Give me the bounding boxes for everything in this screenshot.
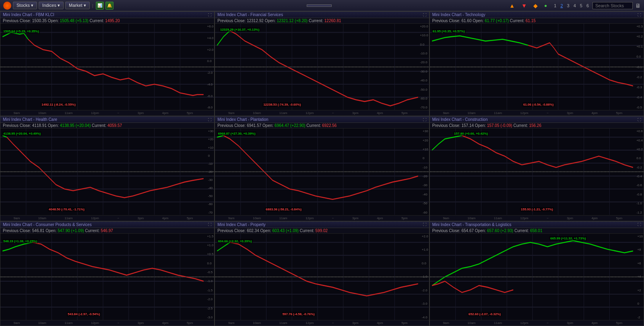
chart-panel-1: Mini Index Chart - Financial Services ⛶ … xyxy=(215,11,429,116)
page-6[interactable]: 6 xyxy=(585,3,590,8)
x-axis-7: 9am10am11am12pm~3pm4pm5pm xyxy=(215,320,429,326)
prev-close-label-5: Previous Close: 157.14 xyxy=(432,123,474,128)
chart-panel-4: Mini Index Chart - Plantation ⛶ Previous… xyxy=(215,116,429,221)
current-value-3: 4059.57 xyxy=(107,123,122,128)
chart-panel-3: Mini Index Chart - Health Care ⛶ Previou… xyxy=(0,116,215,221)
search-input[interactable] xyxy=(592,2,633,9)
market-menu[interactable]: Market ▾ xyxy=(65,2,90,9)
x-label: 9am xyxy=(228,321,235,325)
peak-high-label-6: 548.19 (+1.38, +0.25%) xyxy=(2,239,38,243)
chart-area-7: 604.66 (+2.32, +0.39%) 597.76 (-4.58, -0… xyxy=(215,234,429,320)
x-label: 11am xyxy=(64,321,72,325)
chart-icon-btn[interactable]: 📊 xyxy=(96,2,104,10)
x-label: 10am xyxy=(253,321,261,325)
x-axis-1: 9am10am11am12pm~3pm4pm5pm xyxy=(215,110,429,116)
logo-icon[interactable] xyxy=(3,2,11,10)
page-3[interactable]: 3 xyxy=(566,3,571,8)
chart-panel-8: Mini Index Chart - Transportation & Logi… xyxy=(429,221,644,326)
chart-title-text-1: Mini Index Chart - Financial Services xyxy=(217,12,283,17)
expand-icon-1[interactable]: ⛶ xyxy=(423,13,427,17)
prev-close-label-1: Previous Close: 12312.92 xyxy=(217,19,264,23)
expand-icon-8[interactable]: ⛶ xyxy=(638,222,641,226)
x-label: 3pm xyxy=(138,111,144,115)
x-label: 5pm xyxy=(401,321,408,325)
chart-svg-1 xyxy=(215,24,429,110)
x-label: 5pm xyxy=(616,111,623,115)
x-axis-8: 9am10am11am12pm~3pm4pm5pm xyxy=(430,320,644,326)
monitor-icon[interactable]: 🖥 xyxy=(635,2,641,9)
chart-info-7: Previous Close: 602.34 Open: 603.43 (+1.… xyxy=(215,228,429,234)
x-label: 5pm xyxy=(187,111,193,115)
x-label: 12pm xyxy=(305,111,314,115)
open-value-2: 61.77 (+0.17) xyxy=(485,19,509,23)
page-2[interactable]: 2 xyxy=(559,3,564,8)
neutral-icon: ◆ xyxy=(533,2,538,9)
peak-high-label-0: 1505.64 (+5.29, +0.35%) xyxy=(2,29,40,33)
x-label: ~ xyxy=(118,111,120,115)
x-label: 4pm xyxy=(377,111,383,115)
page-1[interactable]: 1 xyxy=(553,3,557,8)
x-label: 11am xyxy=(494,321,502,325)
stocks-menu[interactable]: Stocks ▾ xyxy=(13,2,37,9)
peak-low-label-7: 597.76 (-4.58, -0.76%) xyxy=(282,312,316,316)
expand-icon-2[interactable]: ⛶ xyxy=(638,13,641,17)
open-value-5: 157.05 (-0.09) xyxy=(487,123,512,128)
chart-title-text-5: Mini Index Chart - Construction xyxy=(432,117,488,122)
page-4[interactable]: 4 xyxy=(572,3,577,8)
peak-high-label-8: 665.99 (+11.32, +1.73%) xyxy=(549,236,587,241)
chart-title-7: Mini Index Chart - Property ⛶ xyxy=(215,222,429,228)
x-label: 5pm xyxy=(401,216,408,220)
page-5[interactable]: 5 xyxy=(579,3,584,8)
x-axis-6: 9am10am11am12pm~3pm4pm5pm xyxy=(0,320,214,326)
chart-info-2: Previous Close: 61.60 Open: 61.77 (+0.17… xyxy=(430,18,644,24)
chart-title-1: Mini Index Chart - Financial Services ⛶ xyxy=(215,12,429,18)
chart-title-text-7: Mini Index Chart - Property xyxy=(217,222,266,227)
peak-low-label-4: 6883.36 (-58.21, -0.84%) xyxy=(265,207,302,212)
x-label: 9am xyxy=(228,216,235,220)
x-label: 12pm xyxy=(91,216,99,220)
chart-title-4: Mini Index Chart - Plantation ⛶ xyxy=(215,116,429,123)
x-axis-3: 9am10am11am12pm~3pm4pm5pm xyxy=(0,215,214,221)
chart-panel-7: Mini Index Chart - Property ⛶ Previous C… xyxy=(215,221,429,326)
market-stats: ▲ ▼ ◆ ● xyxy=(509,2,550,9)
chart-panel-0: Mini Index Chart - FBM KLCI ⛶ Previous C… xyxy=(0,11,215,116)
peak-low-label-6: 543.84 (-2.97, -0.54%) xyxy=(67,312,101,316)
separator: | xyxy=(92,3,93,8)
expand-icon-5[interactable]: ⛶ xyxy=(638,118,641,122)
alert-icon-btn[interactable]: 🔔 xyxy=(105,2,114,10)
expand-icon-3[interactable]: ⛶ xyxy=(208,118,212,122)
chart-area-4: 6968.87 (+27.30, +0.39%) 6883.36 (-58.21… xyxy=(215,129,429,215)
chart-svg-3 xyxy=(0,129,214,215)
prev-close-label-8: Previous Close: 654.67 xyxy=(432,228,474,233)
prev-close-label-2: Previous Close: 61.60 xyxy=(432,19,472,23)
chart-area-0: 1505.64 (+5.29, +0.35%) 1492.11 (-8.24, … xyxy=(0,24,214,110)
expand-icon-7[interactable]: ⛶ xyxy=(423,222,427,226)
expand-icon-6[interactable]: ⛶ xyxy=(208,222,212,226)
x-label: 12pm xyxy=(520,216,528,220)
current-value-1: 12260.81 xyxy=(324,19,341,23)
home-button[interactable] xyxy=(307,4,332,7)
current-value-7: 599.02 xyxy=(316,228,328,233)
x-label: 4pm xyxy=(162,111,169,115)
x-label: 9am xyxy=(228,111,235,115)
chart-title-text-6: Mini Index Chart - Consumer Products & S… xyxy=(3,222,92,227)
expand-icon-4[interactable]: ⛶ xyxy=(423,118,427,122)
center-home xyxy=(132,4,507,7)
prev-close-label-7: Previous Close: 602.34 xyxy=(217,228,259,233)
x-label: 12pm xyxy=(305,321,314,325)
chart-title-text-0: Mini Index Chart - FBM KLCI xyxy=(3,12,54,17)
x-label: 3pm xyxy=(567,111,573,115)
open-value-6: 547.90 (+1.09) xyxy=(58,228,84,233)
chart-title-text-4: Mini Index Chart - Plantation xyxy=(217,117,268,122)
x-label: 3pm xyxy=(352,216,359,220)
x-label: 4pm xyxy=(377,216,383,220)
expand-icon-0[interactable]: ⛶ xyxy=(208,13,212,17)
x-label: 11am xyxy=(64,216,72,220)
peak-low-label-1: 12238.53 (-74.39, -0.60%) xyxy=(262,102,301,107)
chart-grid: Mini Index Chart - FBM KLCI ⛶ Previous C… xyxy=(0,11,644,326)
current-value-8: 658.01 xyxy=(530,228,543,233)
indices-menu[interactable]: Indices ▾ xyxy=(39,2,64,9)
chart-info-4: Previous Close: 6941.57 Open: 6964.47 (+… xyxy=(215,123,429,129)
x-axis-0: 9am10am11am12pm~3pm4pm5pm xyxy=(0,110,214,116)
x-label: 10am xyxy=(38,216,46,220)
